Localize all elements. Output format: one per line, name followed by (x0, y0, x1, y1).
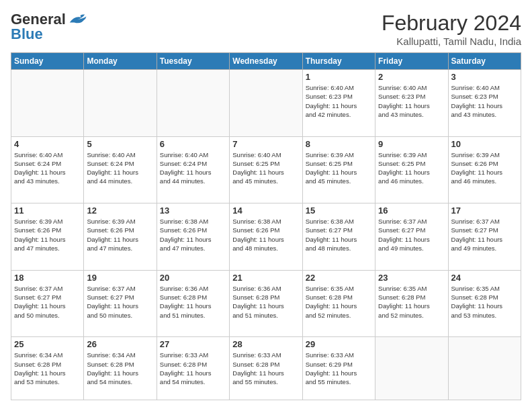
day-info: Sunrise: 6:38 AM Sunset: 6:26 PM Dayligh… (232, 217, 299, 253)
day-info: Sunrise: 6:37 AM Sunset: 6:27 PM Dayligh… (451, 217, 518, 253)
table-row (157, 70, 229, 137)
day-number: 12 (87, 205, 153, 216)
day-info: Sunrise: 6:39 AM Sunset: 6:26 PM Dayligh… (87, 217, 153, 253)
logo: General Blue (11, 11, 87, 43)
table-row (448, 337, 521, 400)
table-row: 27Sunrise: 6:33 AM Sunset: 6:28 PM Dayli… (157, 337, 229, 400)
logo-bird-icon (67, 13, 87, 26)
table-row: 19Sunrise: 6:37 AM Sunset: 6:27 PM Dayli… (84, 270, 157, 337)
day-number: 24 (451, 273, 518, 283)
day-number: 8 (306, 139, 372, 149)
day-info: Sunrise: 6:34 AM Sunset: 6:28 PM Dayligh… (14, 351, 81, 386)
table-row (375, 337, 448, 400)
day-number: 23 (378, 273, 445, 283)
day-info: Sunrise: 6:40 AM Sunset: 6:24 PM Dayligh… (160, 150, 226, 186)
calendar-week-row: 18Sunrise: 6:37 AM Sunset: 6:27 PM Dayli… (11, 270, 521, 337)
day-info: Sunrise: 6:39 AM Sunset: 6:25 PM Dayligh… (306, 150, 372, 186)
logo-blue: Blue (11, 26, 43, 43)
location: Kallupatti, Tamil Nadu, India (382, 36, 521, 47)
day-number: 15 (306, 205, 372, 216)
day-number: 5 (87, 139, 153, 149)
table-row: 8Sunrise: 6:39 AM Sunset: 6:25 PM Daylig… (302, 136, 375, 203)
table-row (11, 70, 84, 137)
page: General Blue February 2024 Kallupatti, T… (0, 0, 532, 411)
day-number: 13 (160, 205, 226, 216)
day-info: Sunrise: 6:40 AM Sunset: 6:23 PM Dayligh… (306, 83, 372, 119)
day-info: Sunrise: 6:33 AM Sunset: 6:28 PM Dayligh… (232, 351, 299, 386)
col-friday: Friday (375, 53, 448, 70)
day-info: Sunrise: 6:33 AM Sunset: 6:28 PM Dayligh… (160, 351, 226, 386)
day-number: 11 (14, 205, 81, 216)
header: General Blue February 2024 Kallupatti, T… (11, 11, 521, 47)
calendar-week-row: 1Sunrise: 6:40 AM Sunset: 6:23 PM Daylig… (11, 70, 521, 137)
table-row: 9Sunrise: 6:39 AM Sunset: 6:25 PM Daylig… (375, 136, 448, 203)
day-info: Sunrise: 6:40 AM Sunset: 6:25 PM Dayligh… (232, 150, 299, 186)
day-info: Sunrise: 6:35 AM Sunset: 6:28 PM Dayligh… (306, 284, 372, 320)
day-number: 16 (378, 205, 445, 216)
day-info: Sunrise: 6:33 AM Sunset: 6:29 PM Dayligh… (306, 351, 372, 386)
table-row: 22Sunrise: 6:35 AM Sunset: 6:28 PM Dayli… (302, 270, 375, 337)
table-row: 13Sunrise: 6:38 AM Sunset: 6:26 PM Dayli… (157, 203, 229, 271)
day-info: Sunrise: 6:40 AM Sunset: 6:23 PM Dayligh… (451, 83, 518, 119)
day-info: Sunrise: 6:35 AM Sunset: 6:28 PM Dayligh… (378, 284, 445, 320)
day-number: 19 (87, 273, 153, 283)
day-info: Sunrise: 6:38 AM Sunset: 6:26 PM Dayligh… (160, 217, 226, 253)
table-row: 24Sunrise: 6:35 AM Sunset: 6:28 PM Dayli… (448, 270, 521, 337)
day-number: 6 (160, 139, 226, 149)
col-thursday: Thursday (302, 53, 375, 70)
day-info: Sunrise: 6:40 AM Sunset: 6:24 PM Dayligh… (87, 150, 153, 186)
day-number: 25 (14, 339, 81, 349)
table-row: 15Sunrise: 6:38 AM Sunset: 6:27 PM Dayli… (302, 203, 375, 271)
day-info: Sunrise: 6:37 AM Sunset: 6:27 PM Dayligh… (87, 284, 153, 320)
day-info: Sunrise: 6:39 AM Sunset: 6:26 PM Dayligh… (451, 150, 518, 186)
day-number: 28 (232, 339, 299, 349)
table-row: 2Sunrise: 6:40 AM Sunset: 6:23 PM Daylig… (375, 70, 448, 137)
table-row: 25Sunrise: 6:34 AM Sunset: 6:28 PM Dayli… (11, 337, 84, 400)
day-number: 22 (306, 273, 372, 283)
table-row: 14Sunrise: 6:38 AM Sunset: 6:26 PM Dayli… (230, 203, 302, 271)
day-info: Sunrise: 6:40 AM Sunset: 6:23 PM Dayligh… (378, 83, 445, 119)
day-info: Sunrise: 6:34 AM Sunset: 6:28 PM Dayligh… (87, 351, 153, 386)
table-row: 4Sunrise: 6:40 AM Sunset: 6:24 PM Daylig… (11, 136, 84, 203)
table-row: 26Sunrise: 6:34 AM Sunset: 6:28 PM Dayli… (84, 337, 157, 400)
day-info: Sunrise: 6:37 AM Sunset: 6:27 PM Dayligh… (378, 217, 445, 253)
day-number: 17 (451, 205, 518, 216)
table-row: 28Sunrise: 6:33 AM Sunset: 6:28 PM Dayli… (230, 337, 302, 400)
col-tuesday: Tuesday (157, 53, 229, 70)
day-number: 18 (14, 273, 81, 283)
day-number: 20 (160, 273, 226, 283)
table-row: 12Sunrise: 6:39 AM Sunset: 6:26 PM Dayli… (84, 203, 157, 271)
day-info: Sunrise: 6:36 AM Sunset: 6:28 PM Dayligh… (232, 284, 299, 320)
calendar-week-row: 4Sunrise: 6:40 AM Sunset: 6:24 PM Daylig… (11, 136, 521, 203)
col-wednesday: Wednesday (230, 53, 302, 70)
day-info: Sunrise: 6:37 AM Sunset: 6:27 PM Dayligh… (14, 284, 81, 320)
day-info: Sunrise: 6:38 AM Sunset: 6:27 PM Dayligh… (306, 217, 372, 253)
table-row: 1Sunrise: 6:40 AM Sunset: 6:23 PM Daylig… (302, 70, 375, 137)
day-number: 14 (232, 205, 299, 216)
day-number: 2 (378, 72, 445, 82)
col-saturday: Saturday (448, 53, 521, 70)
day-number: 4 (14, 139, 81, 149)
table-row (84, 70, 157, 137)
table-row: 17Sunrise: 6:37 AM Sunset: 6:27 PM Dayli… (448, 203, 521, 271)
day-info: Sunrise: 6:35 AM Sunset: 6:28 PM Dayligh… (451, 284, 518, 320)
table-row: 20Sunrise: 6:36 AM Sunset: 6:28 PM Dayli… (157, 270, 229, 337)
day-number: 9 (378, 139, 445, 149)
day-number: 21 (232, 273, 299, 283)
col-sunday: Sunday (11, 53, 84, 70)
table-row: 5Sunrise: 6:40 AM Sunset: 6:24 PM Daylig… (84, 136, 157, 203)
day-number: 3 (451, 72, 518, 82)
table-row: 7Sunrise: 6:40 AM Sunset: 6:25 PM Daylig… (230, 136, 302, 203)
day-number: 10 (451, 139, 518, 149)
title-block: February 2024 Kallupatti, Tamil Nadu, In… (382, 11, 521, 47)
calendar-table: Sunday Monday Tuesday Wednesday Thursday… (11, 52, 521, 400)
table-row: 18Sunrise: 6:37 AM Sunset: 6:27 PM Dayli… (11, 270, 84, 337)
table-row: 3Sunrise: 6:40 AM Sunset: 6:23 PM Daylig… (448, 70, 521, 137)
calendar-week-row: 25Sunrise: 6:34 AM Sunset: 6:28 PM Dayli… (11, 337, 521, 400)
table-row: 16Sunrise: 6:37 AM Sunset: 6:27 PM Dayli… (375, 203, 448, 271)
table-row: 10Sunrise: 6:39 AM Sunset: 6:26 PM Dayli… (448, 136, 521, 203)
day-number: 26 (87, 339, 153, 349)
table-row: 11Sunrise: 6:39 AM Sunset: 6:26 PM Dayli… (11, 203, 84, 271)
table-row: 21Sunrise: 6:36 AM Sunset: 6:28 PM Dayli… (230, 270, 302, 337)
day-info: Sunrise: 6:39 AM Sunset: 6:25 PM Dayligh… (378, 150, 445, 186)
